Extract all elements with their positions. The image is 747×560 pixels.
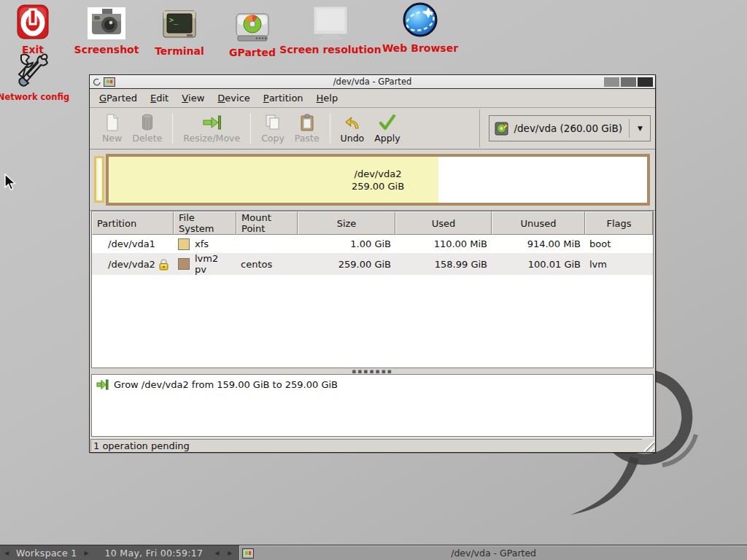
row-partition-name: /dev/vda1 xyxy=(108,238,155,249)
col-flags[interactable]: Flags xyxy=(585,211,653,235)
col-size[interactable]: Size xyxy=(298,211,395,235)
camera-icon xyxy=(88,3,125,39)
paste-icon xyxy=(300,114,314,131)
apply-button[interactable]: Apply xyxy=(369,112,405,146)
desktop-icon-label: Screenshot xyxy=(74,44,139,55)
operation-text: Grow /dev/vda2 from 159.00 GiB to 259.00… xyxy=(114,379,338,390)
menubar: GParted Edit View Device Partition Help xyxy=(90,89,655,108)
delete-button[interactable]: Delete xyxy=(127,112,167,146)
desktop-icon-label: Network config xyxy=(0,92,69,102)
maximize-button[interactable] xyxy=(621,77,636,87)
row-flags: lvm xyxy=(589,259,607,270)
desktop-icon-screen-resolution[interactable]: Screen resolution xyxy=(287,3,374,55)
row-flags: boot xyxy=(589,238,611,249)
vda2-size: 259.00 GiB xyxy=(109,180,647,192)
resize-move-button-label: Resize/Move xyxy=(183,133,240,144)
svg-text:>_: >_ xyxy=(169,16,179,25)
close-button[interactable] xyxy=(638,77,653,87)
resize-move-icon xyxy=(202,114,221,131)
mouse-cursor xyxy=(4,174,16,191)
table-header: Partition File System Mount Point Size U… xyxy=(92,211,653,235)
task-prev-icon[interactable]: ◀ xyxy=(210,550,223,556)
row-size: 259.00 GiB xyxy=(338,259,391,270)
pane-splitter[interactable]: ▪▪▪▪▪▪▪ xyxy=(90,368,655,374)
new-button[interactable]: New xyxy=(97,112,127,146)
toolbar: New Delete Resize/Move Copy xyxy=(90,108,655,149)
device-selector-panel: /dev/vda (260.00 GiB) ▼ xyxy=(479,109,651,147)
gparted-disk-icon xyxy=(235,6,270,42)
table-row-vda2[interactable]: /dev/vda2 lvm2 pv centos 259 xyxy=(92,253,653,275)
desktop-icon-network-config[interactable]: Network config xyxy=(0,51,77,102)
menu-gparted[interactable]: GParted xyxy=(93,89,144,107)
power-icon xyxy=(15,3,50,39)
row-unused: 914.00 MiB xyxy=(527,238,581,249)
taskbar-task-gparted[interactable]: /dev/vda - GParted xyxy=(239,545,747,560)
partition-table: Partition File System Mount Point Size U… xyxy=(91,211,654,368)
resize-grip[interactable] xyxy=(643,440,654,451)
col-used[interactable]: Used xyxy=(395,211,492,235)
workspace-label: Workspace 1 xyxy=(13,548,80,559)
row-size: 1.00 GiB xyxy=(350,238,391,249)
device-drive-icon xyxy=(495,122,508,136)
vda2-caption: /dev/vda2 259.00 GiB xyxy=(109,168,647,192)
menu-help[interactable]: Help xyxy=(310,89,345,107)
col-filesystem[interactable]: File System xyxy=(174,211,236,235)
row-partition-name: /dev/vda2 xyxy=(108,259,155,270)
row-filesystem: xfs xyxy=(195,238,209,249)
terminal-icon: >_ xyxy=(163,4,196,41)
paste-button[interactable]: Paste xyxy=(290,112,325,146)
paste-button-label: Paste xyxy=(295,133,320,144)
new-button-label: New xyxy=(102,133,122,144)
task-next-icon[interactable]: ▶ xyxy=(223,550,236,556)
undo-button[interactable]: Undo xyxy=(336,112,370,146)
col-unused[interactable]: Unused xyxy=(492,211,585,235)
partition-visual-vda1[interactable] xyxy=(94,156,104,203)
menu-view[interactable]: View xyxy=(175,89,211,107)
taskbar: ◀ Workspace 1 ▶ 10 May, Fri 00:59:17 ◀ ▶… xyxy=(0,545,747,560)
grow-operation-icon xyxy=(96,379,109,390)
desktop-icon-label: Terminal xyxy=(155,45,204,57)
delete-icon xyxy=(141,114,154,131)
row-used: 110.00 MiB xyxy=(434,238,487,249)
row-unused: 100.01 GiB xyxy=(528,259,581,270)
lock-icon xyxy=(158,258,169,271)
disk-visual-area: /dev/vda2 259.00 GiB xyxy=(90,149,655,211)
row-filesystem: lvm2 pv xyxy=(195,253,232,275)
col-partition[interactable]: Partition xyxy=(92,211,174,235)
menu-partition[interactable]: Partition xyxy=(257,89,310,107)
desktop-icon-label: GParted xyxy=(229,47,276,58)
undo-icon xyxy=(344,114,360,131)
minimize-button[interactable] xyxy=(604,77,619,87)
partition-visual-vda2[interactable]: /dev/vda2 259.00 GiB xyxy=(106,154,650,206)
apply-button-label: Apply xyxy=(374,133,400,144)
splitter-grip: ▪▪▪▪▪▪▪ xyxy=(352,369,393,373)
delete-button-label: Delete xyxy=(132,133,162,144)
workspace-next-icon[interactable]: ▶ xyxy=(80,550,93,556)
new-partition-icon xyxy=(105,114,120,131)
operations-pane: Grow /dev/vda2 from 159.00 GiB to 259.00… xyxy=(91,374,654,437)
operation-item: Grow /dev/vda2 from 159.00 GiB to 259.00… xyxy=(96,379,649,390)
task-label: /dev/vda - GParted xyxy=(240,548,747,559)
desktop: Exit Screenshot >_ xyxy=(0,0,747,560)
status-text: 1 operation pending xyxy=(93,440,190,451)
menu-device[interactable]: Device xyxy=(211,89,256,107)
copy-button[interactable]: Copy xyxy=(256,112,290,146)
menu-edit[interactable]: Edit xyxy=(144,89,175,107)
device-selector-value: /dev/vda (260.00 GiB) xyxy=(514,122,622,134)
workspace-prev-icon[interactable]: ◀ xyxy=(0,550,13,556)
monitor-icon xyxy=(311,3,349,39)
vda2-name: /dev/vda2 xyxy=(109,168,647,180)
gparted-window: /dev/vda - GParted GParted Edit View Dev… xyxy=(89,74,656,453)
copy-icon xyxy=(265,114,281,131)
device-selector[interactable]: /dev/vda (260.00 GiB) ▼ xyxy=(489,115,651,141)
row-used: 158.99 GiB xyxy=(435,259,487,270)
toolbar-separator xyxy=(250,113,251,144)
combo-separator xyxy=(629,119,630,138)
resize-move-button[interactable]: Resize/Move xyxy=(178,112,245,146)
table-row-vda1[interactable]: /dev/vda1 xfs 1.00 GiB 110.00 MiB 914.00… xyxy=(92,235,653,253)
desktop-icon-web-browser[interactable]: Web Browser xyxy=(376,1,464,54)
col-mountpoint[interactable]: Mount Point xyxy=(236,211,298,235)
tools-icon xyxy=(15,51,52,88)
toolbar-separator xyxy=(172,113,173,144)
titlebar[interactable]: /dev/vda - GParted xyxy=(90,75,655,89)
